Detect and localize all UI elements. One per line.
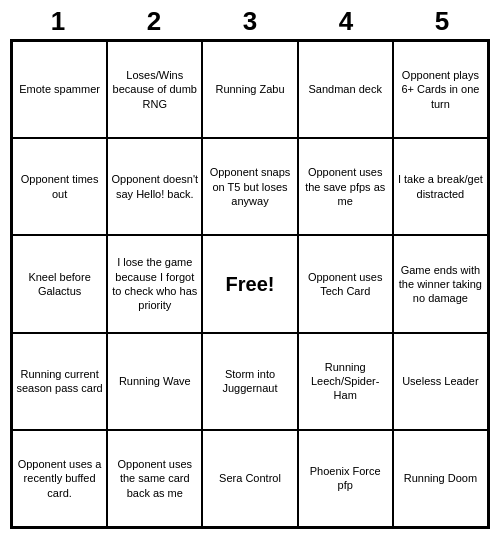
cell-21[interactable]: Opponent uses the same card back as me [107,430,202,527]
cell-19[interactable]: Useless Leader [393,333,488,430]
cell-20[interactable]: Opponent uses a recently buffed card. [12,430,107,527]
cell-5[interactable]: Opponent times out [12,138,107,235]
bingo-grid: Emote spammerLoses/Wins because of dumb … [10,39,490,529]
cell-23[interactable]: Phoenix Force pfp [298,430,393,527]
cell-6[interactable]: Opponent doesn't say Hello! back. [107,138,202,235]
cell-8[interactable]: Opponent uses the save pfps as me [298,138,393,235]
cell-17[interactable]: Storm into Juggernaut [202,333,297,430]
cell-22[interactable]: Sera Control [202,430,297,527]
cell-18[interactable]: Running Leech/Spider-Ham [298,333,393,430]
cell-1[interactable]: Loses/Wins because of dumb RNG [107,41,202,138]
cell-7[interactable]: Opponent snaps on T5 but loses anyway [202,138,297,235]
cell-14[interactable]: Game ends with the winner taking no dama… [393,235,488,332]
column-headers: 12345 [10,6,490,37]
cell-11[interactable]: I lose the game because I forgot to chec… [107,235,202,332]
column-header-3: 3 [202,6,298,37]
cell-13[interactable]: Opponent uses Tech Card [298,235,393,332]
cell-10[interactable]: Kneel before Galactus [12,235,107,332]
cell-15[interactable]: Running current season pass card [12,333,107,430]
free-space[interactable]: Free! [202,235,297,332]
cell-16[interactable]: Running Wave [107,333,202,430]
column-header-4: 4 [298,6,394,37]
cell-0[interactable]: Emote spammer [12,41,107,138]
column-header-5: 5 [394,6,490,37]
cell-9[interactable]: I take a break/get distracted [393,138,488,235]
column-header-2: 2 [106,6,202,37]
column-header-1: 1 [10,6,106,37]
cell-4[interactable]: Opponent plays 6+ Cards in one turn [393,41,488,138]
cell-24[interactable]: Running Doom [393,430,488,527]
cell-2[interactable]: Running Zabu [202,41,297,138]
cell-3[interactable]: Sandman deck [298,41,393,138]
